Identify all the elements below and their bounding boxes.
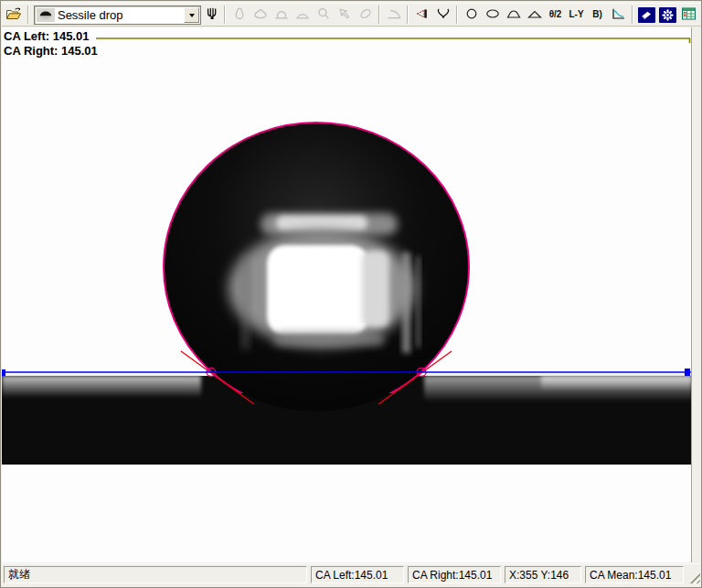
status-cursor-position: X:355 Y:146 (505, 566, 581, 583)
drop-with-tail-button (314, 5, 333, 25)
triangle-icon (526, 6, 543, 24)
status-ca-right: CA Right:145.01 (408, 566, 501, 583)
toolbar-separator (407, 5, 409, 24)
circle-icon (464, 6, 479, 24)
profile-curve-button[interactable] (433, 5, 452, 25)
dome-on-line-icon (273, 6, 290, 24)
hand-grab-button[interactable] (204, 5, 220, 25)
toolbar-separator (224, 5, 226, 24)
open-file-button[interactable] (5, 5, 24, 25)
method-select[interactable]: Sessile drop (34, 5, 201, 25)
status-ca-mean: CA Mean:145.01 (585, 566, 684, 583)
overlay-ca-right: CA Right: 145.01 (4, 44, 98, 59)
resize-grip[interactable] (687, 571, 700, 583)
projector-button[interactable] (412, 5, 431, 25)
fit-triangle-button[interactable] (525, 5, 544, 25)
toolbar-separator (456, 5, 458, 24)
toolbar-separator (632, 5, 633, 24)
dome-on-line-button (271, 5, 291, 25)
laplace-young-label: L-Y (569, 10, 583, 19)
theta-half-label: θ/2 (549, 10, 562, 19)
app-window: Sessile drop (0, 0, 702, 588)
table-icon (681, 6, 697, 24)
data-table-button[interactable] (679, 5, 698, 25)
folder-open-icon (5, 6, 22, 24)
image-viewport: CA Left: 145.01 CA Right: 145.01 (2, 27, 692, 562)
arrow-northwest-icon (337, 6, 352, 24)
result-graph-button[interactable] (609, 5, 628, 25)
flower-tool-button[interactable] (658, 5, 677, 25)
b-method-label: B) (592, 10, 602, 19)
dome-icon (505, 6, 522, 24)
toolbar-separator (27, 5, 29, 24)
ellipse-icon (484, 6, 501, 24)
eraser-tool-button[interactable] (637, 5, 656, 25)
pendant-drop-icon (232, 6, 247, 24)
hand-icon (205, 6, 219, 24)
sessile-drop-icon (37, 8, 55, 22)
tilt-angle-button (384, 5, 403, 25)
profile-curve-icon (436, 6, 451, 24)
fit-ellipse-button[interactable] (483, 5, 502, 25)
method-select-value: Sessile drop (58, 8, 184, 22)
status-ca-left: CA Left:145.01 (311, 566, 404, 583)
flower-icon (659, 7, 676, 23)
overlay-ca-left: CA Left: 145.01 (4, 29, 89, 44)
tilted-ellipse-button (356, 5, 375, 25)
sessile-blob-button (250, 5, 270, 25)
pendant-drop-button (229, 5, 249, 25)
sessile-blob-icon (252, 6, 269, 24)
drop-with-tail-icon (316, 6, 331, 24)
arrow-northwest-button (335, 5, 354, 25)
drop-photo-scene (2, 27, 692, 562)
fit-circle-button[interactable] (462, 5, 481, 25)
flat-dome-on-line-button (292, 5, 312, 25)
flat-dome-on-line-icon (294, 6, 311, 24)
main-toolbar: Sessile drop (2, 3, 701, 27)
projector-icon (414, 6, 430, 24)
tilted-ellipse-icon (358, 6, 373, 24)
status-ready: 就绪 (4, 566, 307, 583)
eraser-icon (638, 7, 655, 23)
theta-half-method-button[interactable]: θ/2 (546, 5, 565, 25)
b-method-button[interactable]: B) (588, 5, 607, 25)
fit-dome-button[interactable] (504, 5, 523, 25)
tilt-angle-icon (386, 6, 402, 24)
laplace-young-method-button[interactable]: L-Y (567, 5, 586, 25)
combo-dropdown-arrow[interactable] (184, 7, 199, 23)
toolbar-separator (378, 5, 380, 24)
status-bar: 就绪 CA Left:145.01 CA Right:145.01 X:355 … (2, 563, 702, 585)
graph-icon (611, 6, 626, 24)
